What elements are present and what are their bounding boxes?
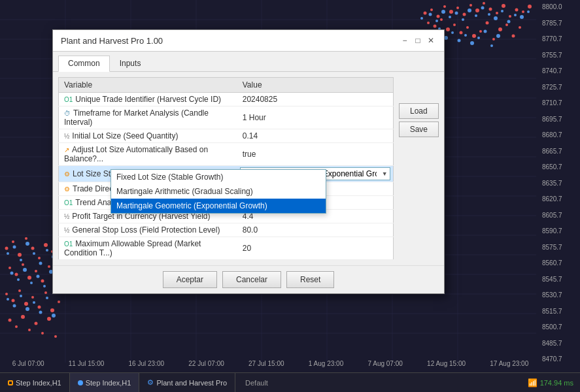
svg-point-99 xyxy=(41,280,44,283)
svg-point-67 xyxy=(494,16,498,20)
table-row: ↗Adjust Lot Size Automatically Based on … xyxy=(59,143,394,166)
svg-point-79 xyxy=(464,34,467,37)
svg-point-131 xyxy=(30,282,33,284)
svg-point-62 xyxy=(462,18,464,21)
svg-point-115 xyxy=(35,322,38,325)
svg-point-109 xyxy=(50,308,54,312)
svg-point-116 xyxy=(41,332,44,335)
dropdown-option-arithmetic[interactable]: Martingale Arithmetic (Gradual Scaling) xyxy=(111,184,326,199)
svg-point-28 xyxy=(449,10,453,14)
svg-point-53 xyxy=(505,24,508,26)
side-button-column: Load Save xyxy=(399,77,439,260)
tab-inputs[interactable]: Inputs xyxy=(110,56,151,71)
svg-point-86 xyxy=(12,240,14,243)
svg-point-114 xyxy=(28,329,31,331)
svg-point-110 xyxy=(58,301,60,303)
svg-point-63 xyxy=(468,8,471,12)
svg-point-111 xyxy=(9,319,12,322)
dialog-body: Variable Value O1Unique Trade Identifier… xyxy=(53,72,444,265)
svg-point-46 xyxy=(460,31,463,35)
status-text: 174.94 ms xyxy=(540,379,573,387)
svg-point-65 xyxy=(481,7,485,10)
svg-point-64 xyxy=(475,14,477,17)
maximize-button[interactable]: □ xyxy=(413,35,423,46)
svg-point-128 xyxy=(10,272,14,275)
taskbar-item-step-index-h1[interactable]: Step Index,H1 xyxy=(70,373,140,392)
svg-point-112 xyxy=(15,325,18,328)
taskbar-label: Plant and Harvest Pro xyxy=(156,379,227,387)
svg-point-119 xyxy=(7,252,9,255)
row-icon: O1 xyxy=(64,199,73,206)
svg-point-117 xyxy=(47,317,51,321)
svg-point-51 xyxy=(492,38,495,41)
svg-point-138 xyxy=(20,295,22,297)
svg-point-139 xyxy=(26,307,29,311)
svg-point-54 xyxy=(512,35,515,38)
svg-point-32 xyxy=(475,8,479,12)
row-icon: ↗ xyxy=(64,146,69,154)
taskbar-label: Step Index,H1 xyxy=(16,379,61,387)
svg-point-132 xyxy=(37,275,40,278)
svg-point-82 xyxy=(484,30,487,33)
minimize-button[interactable]: − xyxy=(400,35,410,46)
svg-point-55 xyxy=(519,26,521,29)
svg-point-81 xyxy=(477,37,480,39)
dropdown-popup: Fixed Lot Size (Stable Growth) Martingal… xyxy=(111,169,326,214)
row-icon: ½ xyxy=(64,227,69,234)
svg-point-41 xyxy=(427,22,430,24)
svg-point-42 xyxy=(434,25,437,28)
svg-point-102 xyxy=(5,293,8,295)
svg-point-66 xyxy=(488,13,490,16)
taskbar-item-step-index-h1-chart[interactable]: Step Index,H1 xyxy=(0,373,70,392)
row-icon: ⏱ xyxy=(64,110,71,117)
svg-point-98 xyxy=(35,270,37,272)
taskbar: Step Index,H1 Step Index,H1 ⚙ Plant and … xyxy=(0,372,580,392)
price-labels: 8800.0 8785.7 8770.7 8755.7 8740.7 8725.… xyxy=(541,0,580,366)
svg-point-100 xyxy=(48,265,50,268)
svg-point-80 xyxy=(470,41,474,45)
svg-point-85 xyxy=(5,247,9,250)
svg-point-136 xyxy=(7,298,9,301)
svg-point-104 xyxy=(18,289,21,292)
table-row: O1Maximum Allowable Spread (Market Condi… xyxy=(59,237,394,260)
svg-point-69 xyxy=(507,20,511,24)
svg-point-57 xyxy=(429,13,432,16)
svg-point-68 xyxy=(501,10,503,12)
svg-point-31 xyxy=(469,4,472,7)
chart-icon xyxy=(8,380,13,385)
svg-point-37 xyxy=(509,15,511,18)
svg-point-125 xyxy=(46,249,48,252)
accept-button[interactable]: Aceptar xyxy=(163,271,217,288)
svg-point-108 xyxy=(44,291,47,294)
svg-point-103 xyxy=(12,299,15,302)
dialog-titlebar: Plant and Harvest Pro 1.00 − □ ✕ xyxy=(53,30,444,52)
svg-point-90 xyxy=(38,257,41,259)
svg-point-143 xyxy=(52,314,56,318)
svg-point-50 xyxy=(486,22,489,25)
svg-point-71 xyxy=(520,15,524,19)
cancel-button[interactable]: Cancelar xyxy=(222,271,281,288)
close-button[interactable]: ✕ xyxy=(426,35,436,46)
dropdown-option-geometric[interactable]: Martingale Geometric (Exponential Growth… xyxy=(111,199,326,213)
svg-point-56 xyxy=(420,17,423,20)
svg-point-129 xyxy=(17,278,20,281)
dropdown-option-fixed[interactable]: Fixed Lot Size (Stable Growth) xyxy=(111,170,326,184)
reset-button[interactable]: Reset xyxy=(286,271,334,288)
svg-point-72 xyxy=(527,10,530,13)
svg-point-97 xyxy=(27,276,31,280)
svg-point-120 xyxy=(13,246,16,249)
titlebar-controls: − □ ✕ xyxy=(400,35,436,46)
svg-point-133 xyxy=(43,285,46,287)
load-button[interactable]: Load xyxy=(399,103,439,119)
svg-point-35 xyxy=(496,12,498,14)
save-button[interactable]: Save xyxy=(399,122,439,137)
row-icon: ⚙ xyxy=(64,186,70,193)
taskbar-item-plant-harvest[interactable]: ⚙ Plant and Harvest Pro xyxy=(139,373,235,392)
tab-common[interactable]: Common xyxy=(58,56,110,72)
svg-point-121 xyxy=(20,259,22,261)
dot-icon xyxy=(78,380,83,385)
dialog-window: Plant and Harvest Pro 1.00 − □ ✕ Common … xyxy=(52,29,445,294)
table-row: O1Unique Trade Identifier (Harvest Cycle… xyxy=(59,93,394,106)
svg-point-130 xyxy=(23,268,27,272)
svg-point-52 xyxy=(498,27,502,31)
